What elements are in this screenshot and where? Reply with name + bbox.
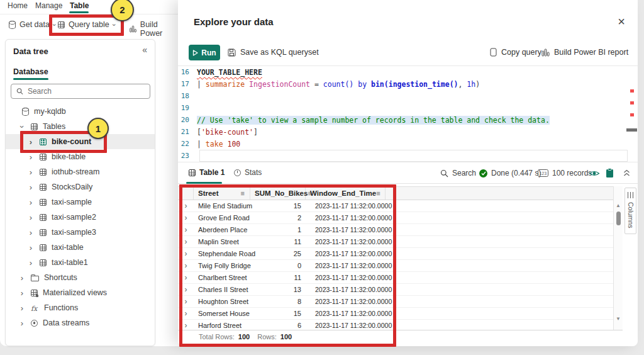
- line-number: 23: [178, 152, 197, 160]
- tree-item-label: iothub-stream: [52, 167, 99, 176]
- table-icon: [189, 169, 196, 176]
- tab-stats[interactable]: Stats: [234, 168, 262, 177]
- tree-chevron-icon[interactable]: [27, 183, 35, 191]
- success-check-icon: [479, 169, 487, 178]
- stream-icon: [31, 320, 38, 327]
- double-chevron-up-icon: [623, 169, 630, 177]
- copy-results-button[interactable]: [606, 162, 614, 184]
- table-grid-icon: [40, 169, 47, 176]
- scroll-down-icon[interactable]: [616, 316, 621, 322]
- tree-item[interactable]: Data streams: [6, 315, 155, 330]
- tree-item[interactable]: Materialized views: [6, 285, 155, 300]
- copy-query-label: Copy query: [501, 48, 541, 57]
- annotation-box-query-table: [49, 14, 124, 36]
- annotation-box-results-table: [179, 184, 396, 347]
- play-icon: [192, 50, 198, 56]
- copy-query-button[interactable]: Copy query: [490, 48, 541, 57]
- code-line[interactable]: 20// Use 'take' to view a sample number …: [178, 114, 638, 126]
- sidebar-title: Data tree: [13, 47, 48, 56]
- tab-table-1[interactable]: Table 1: [189, 168, 225, 177]
- close-icon[interactable]: [618, 15, 625, 28]
- tree-chevron-icon[interactable]: [27, 198, 35, 206]
- save-as-kql-queryset-button[interactable]: Save as KQL queryset: [228, 48, 319, 57]
- tab-table[interactable]: Table: [70, 1, 89, 10]
- columns-side-tab[interactable]: Columns: [625, 188, 636, 234]
- tree-chevron-icon[interactable]: [27, 168, 35, 176]
- tab-database[interactable]: Database: [13, 67, 48, 76]
- tree-chevron-icon[interactable]: [18, 123, 26, 131]
- tree-item[interactable]: Shortcuts: [6, 270, 155, 285]
- collapse-sidebar-icon[interactable]: [142, 45, 147, 55]
- code-line[interactable]: 17| summarize IngestionCount = count() b…: [178, 78, 638, 90]
- active-tab-underline: [69, 11, 89, 13]
- tree-chevron-icon[interactable]: [18, 289, 26, 297]
- tree-chevron-icon[interactable]: [27, 259, 35, 267]
- preview-eye-button[interactable]: [589, 162, 600, 184]
- tree-item[interactable]: taxi-table1: [6, 255, 155, 270]
- build-power-label: Build Power: [140, 20, 178, 38]
- code-line[interactable]: 19: [178, 102, 638, 114]
- tree-item[interactable]: taxi-table: [6, 240, 155, 255]
- tree-item-label: taxi-table: [52, 243, 84, 252]
- tree-item[interactable]: Functions: [6, 300, 155, 315]
- editor-scrollbar-thumb[interactable]: [626, 128, 637, 132]
- copy-icon: [490, 48, 497, 57]
- scrollbar-thumb[interactable]: [616, 211, 621, 225]
- table-1-label: Table 1: [199, 168, 225, 177]
- tree-item-label: taxi-sample2: [52, 213, 96, 222]
- tree-item[interactable]: StocksDaily: [6, 179, 155, 194]
- code-text: ['bike-count']: [197, 128, 258, 137]
- code-line[interactable]: 21['bike-count']: [178, 126, 638, 138]
- tree-item[interactable]: taxi-sample3: [6, 225, 155, 240]
- tree-chevron-icon[interactable]: [18, 319, 26, 327]
- tree-item-label: my-kqldb: [34, 107, 66, 116]
- tree-chevron-icon[interactable]: [18, 304, 26, 312]
- query-status: Done (0.447 s): [479, 162, 541, 184]
- database-tab-underline: [13, 78, 48, 80]
- tree-item[interactable]: taxi-sample2: [6, 210, 155, 225]
- line-number: 21: [178, 128, 197, 136]
- tree-item-label: Materialized views: [43, 288, 107, 297]
- line-number: 19: [178, 104, 197, 112]
- tree-chevron-icon[interactable]: [27, 244, 35, 252]
- scroll-up-icon[interactable]: [616, 203, 621, 208]
- save-label: Save as KQL queryset: [240, 48, 319, 57]
- run-button[interactable]: Run: [189, 45, 220, 60]
- columns-icon: [628, 192, 633, 198]
- tab-home[interactable]: Home: [8, 1, 28, 10]
- save-icon: [228, 48, 236, 57]
- code-line[interactable]: 16YOUR_TABLE_HERE: [178, 66, 638, 78]
- code-line[interactable]: 22| take 100: [178, 138, 638, 150]
- table-grid-icon: [40, 259, 47, 266]
- kql-editor[interactable]: 16YOUR_TABLE_HERE17| summarize Ingestion…: [178, 66, 638, 162]
- tree-chevron-icon[interactable]: [18, 274, 26, 282]
- search-input[interactable]: [28, 87, 145, 96]
- results-search-button[interactable]: Search: [440, 162, 476, 184]
- annotation-step-1: 1: [87, 118, 109, 139]
- tree-item[interactable]: my-kqldb: [6, 104, 155, 119]
- grid-scrollbar[interactable]: [613, 186, 623, 330]
- line-number: 16: [178, 68, 197, 76]
- sidebar-search-box[interactable]: [11, 84, 150, 99]
- query-toolbar: Run Save as KQL queryset Copy query: [178, 39, 638, 65]
- tree-chevron-icon[interactable]: [27, 153, 35, 161]
- code-line[interactable]: 23: [178, 150, 638, 162]
- materialized-views-icon: [31, 290, 38, 296]
- tree-chevron-icon[interactable]: [27, 228, 35, 237]
- table-grid-icon: [40, 229, 47, 236]
- code-text: YOUR_TABLE_HERE: [197, 68, 262, 77]
- eye-icon: [589, 169, 600, 178]
- table-grid-icon: [40, 214, 47, 221]
- stats-icon: [234, 169, 241, 176]
- get-data-label: Get data: [19, 20, 50, 29]
- collapse-results-button[interactable]: [623, 162, 630, 184]
- tab-manage[interactable]: Manage: [35, 1, 62, 10]
- tree-item[interactable]: taxi-sample: [6, 194, 155, 210]
- code-line[interactable]: 18: [178, 90, 638, 102]
- tree-item[interactable]: iothub-stream: [6, 164, 155, 179]
- build-power-bi-report-button[interactable]: Build Power BI report: [541, 48, 628, 57]
- error-marker: [630, 101, 634, 104]
- error-marker: [630, 113, 634, 116]
- build-power-bi-button[interactable]: Build Power: [130, 20, 178, 38]
- tree-chevron-icon[interactable]: [27, 213, 35, 222]
